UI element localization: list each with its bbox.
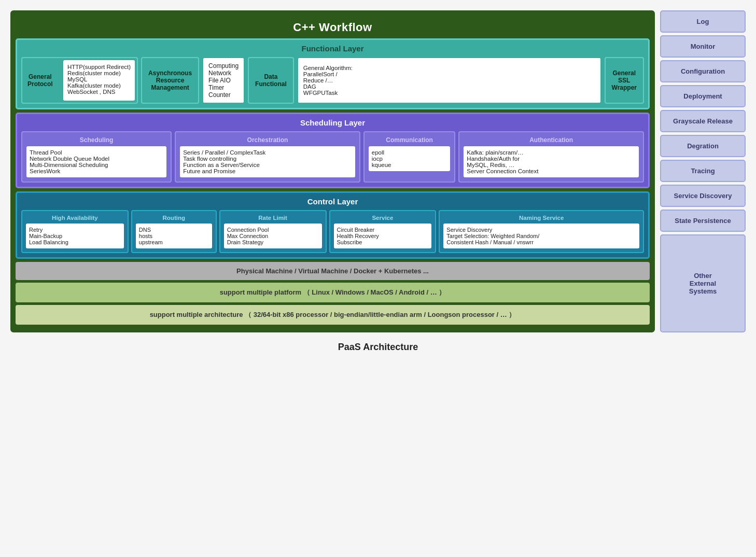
routing-item: Routing DNShostsupstream [131, 210, 217, 253]
data-functional-label: DataFunctional [248, 57, 294, 104]
main-diagram: C++ Workflow Functional Layer GeneralPro… [10, 10, 655, 332]
routing-body: DNShostsupstream [136, 224, 212, 248]
authentication-item-title: Authentication [464, 136, 639, 144]
sidebar-btn-state-persistence[interactable]: State Persistence [660, 210, 746, 232]
orchestration-item-title: Orchestration [180, 136, 355, 144]
sidebar-btn-degration[interactable]: Degration [660, 135, 746, 157]
functional-layer-title: Functional Layer [21, 44, 644, 53]
sidebar-btn-log[interactable]: Log [660, 10, 746, 33]
architecture-row: support multiple architecture （ 32/64-bi… [16, 305, 650, 325]
orchestration-item: Orchestration Series / Parallel / Comple… [175, 131, 360, 183]
physical-text: Physical Machine / Virtual Machine / Doc… [236, 267, 429, 275]
sidebar-btn-tracing[interactable]: Tracing [660, 160, 746, 182]
platform-text: support multiple platform （ Linux / Wind… [220, 288, 446, 296]
high-availability-body: RetryMain-BackupLoad Balancing [26, 224, 124, 248]
authentication-item-body: Kafka: plain/scram/…Handshake/Auth forMy… [464, 146, 639, 177]
general-protocol-detail: HTTP(support Redirect) Redis(cluster mod… [63, 60, 135, 101]
functional-layer: Functional Layer GeneralProtocol HTTP(su… [16, 38, 650, 109]
functional-items-row: GeneralProtocol HTTP(support Redirect) R… [21, 57, 644, 104]
service-body: Circuit BreakerHealth RecoverySubscribe [334, 224, 432, 248]
control-items-row: High Availability RetryMain-BackupLoad B… [21, 210, 644, 253]
scheduling-layer-title: Scheduling Layer [21, 118, 644, 127]
sidebar-btn-deployment[interactable]: Deployment [660, 85, 746, 107]
rate-limit-title: Rate Limit [224, 215, 322, 221]
general-protocol-label: GeneralProtocol [22, 58, 61, 103]
communication-item: Communication epolliocpkqueue [363, 131, 456, 183]
orchestration-item-body: Series / Parallel / ComplexTaskTask flow… [180, 146, 355, 177]
scheduling-item-title: Scheduling [26, 136, 166, 144]
control-layer-title: Control Layer [21, 197, 644, 206]
routing-title: Routing [136, 215, 212, 221]
sidebar-btn-service-discovery[interactable]: Service Discovery [660, 185, 746, 207]
physical-row: Physical Machine / Virtual Machine / Doc… [16, 262, 650, 280]
scheduling-layer: Scheduling Layer Scheduling Thread PoolN… [16, 113, 650, 188]
naming-service-body: Service DiscoveryTarget Selection: Weigh… [443, 224, 639, 248]
sidebar-btn-grayscale[interactable]: Grayscale Release [660, 110, 746, 132]
scheduling-item-body: Thread PoolNetwork Double Queue ModelMul… [26, 146, 166, 177]
communication-item-title: Communication [369, 136, 451, 144]
sidebar-btn-monitor[interactable]: Monitor [660, 35, 746, 58]
communication-item-body: epolliocpkqueue [369, 146, 451, 171]
service-item: Service Circuit BreakerHealth RecoverySu… [329, 210, 437, 253]
control-layer: Control Layer High Availability RetryMai… [16, 191, 650, 259]
scheduling-item: Scheduling Thread PoolNetwork Double Que… [21, 131, 172, 183]
ssl-wrapper-label: GeneralSSLWrapper [605, 57, 644, 104]
naming-service-item: Naming Service Service DiscoveryTarget S… [439, 210, 644, 253]
computing-detail: Computing Network File AIO Timer Counter [202, 57, 245, 104]
sidebar-btn-configuration[interactable]: Configuration [660, 60, 746, 82]
architecture-text: support multiple architecture （ 32/64-bi… [150, 311, 516, 318]
rate-limit-item: Rate Limit Connection PoolMax Connection… [219, 210, 327, 253]
bottom-caption: PaaS Architecture [338, 342, 418, 353]
scheduling-items-row: Scheduling Thread PoolNetwork Double Que… [21, 131, 644, 183]
platform-row: support multiple platform （ Linux / Wind… [16, 283, 650, 302]
high-availability-title: High Availability [26, 215, 124, 221]
right-sidebar: Log Monitor Configuration Deployment Gra… [660, 10, 746, 332]
rate-limit-body: Connection PoolMax ConnectionDrain Strat… [224, 224, 322, 248]
page-wrapper: C++ Workflow Functional Layer GeneralPro… [10, 10, 746, 332]
algorithm-detail: General Algorithm: ParallelSort / Reduce… [297, 57, 601, 104]
async-resource-label: AsynchronousResourceManagement [141, 57, 199, 104]
naming-service-title: Naming Service [443, 215, 639, 221]
diagram-title: C++ Workflow [16, 16, 650, 38]
service-title: Service [334, 215, 432, 221]
sidebar-btn-other-external[interactable]: Other External Systems [660, 234, 746, 332]
authentication-item: Authentication Kafka: plain/scram/…Hands… [458, 131, 644, 183]
high-availability-item: High Availability RetryMain-BackupLoad B… [21, 210, 129, 253]
